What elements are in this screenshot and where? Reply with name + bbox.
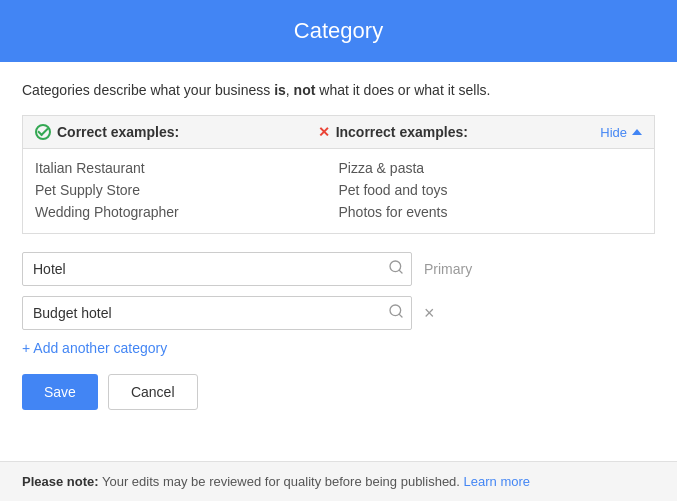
primary-input-wrapper (22, 252, 412, 286)
description-text: Categories describe what your business i… (22, 80, 655, 101)
list-item: Italian Restaurant (35, 157, 339, 179)
correct-examples-col: Italian Restaurant Pet Supply Store Wedd… (35, 157, 339, 223)
page-title: Category (294, 18, 383, 43)
primary-category-input[interactable] (22, 252, 412, 286)
primary-category-row: Primary (22, 252, 655, 286)
correct-examples-list: Italian Restaurant Pet Supply Store Wedd… (35, 157, 339, 223)
incorrect-icon: ✕ (318, 124, 330, 140)
list-item: Pizza & pasta (339, 157, 643, 179)
secondary-category-row: × (22, 296, 655, 330)
incorrect-examples-list: Pizza & pasta Pet food and toys Photos f… (339, 157, 643, 223)
list-item: Pet Supply Store (35, 179, 339, 201)
learn-more-link[interactable]: Learn more (464, 474, 530, 489)
footer-bold: Please note: (22, 474, 99, 489)
correct-icon (35, 124, 51, 140)
examples-header: Correct examples: ✕ Incorrect examples: … (23, 116, 654, 149)
incorrect-examples-header: ✕ Incorrect examples: (318, 124, 601, 140)
list-item: Pet food and toys (339, 179, 643, 201)
list-item: Wedding Photographer (35, 201, 339, 223)
secondary-input-wrapper (22, 296, 412, 330)
remove-category-button[interactable]: × (424, 304, 435, 322)
footer-text: Your edits may be reviewed for quality b… (102, 474, 464, 489)
examples-body: Italian Restaurant Pet Supply Store Wedd… (23, 149, 654, 233)
primary-label: Primary (424, 261, 472, 277)
main-content: Categories describe what your business i… (0, 62, 677, 410)
incorrect-label: Incorrect examples: (336, 124, 468, 140)
page-header: Category (0, 0, 677, 62)
save-button[interactable]: Save (22, 374, 98, 410)
footer-note: Please note: Your edits may be reviewed … (0, 461, 677, 501)
incorrect-examples-col: Pizza & pasta Pet food and toys Photos f… (339, 157, 643, 223)
examples-box: Correct examples: ✕ Incorrect examples: … (22, 115, 655, 234)
correct-examples-header: Correct examples: (35, 124, 318, 140)
buttons-row: Save Cancel (22, 374, 655, 410)
list-item: Photos for events (339, 201, 643, 223)
correct-label: Correct examples: (57, 124, 179, 140)
secondary-category-input[interactable] (22, 296, 412, 330)
add-category-label: + Add another category (22, 340, 167, 356)
chevron-up-icon (632, 129, 642, 135)
add-category-link[interactable]: + Add another category (22, 340, 167, 356)
hide-button[interactable]: Hide (600, 125, 642, 140)
cancel-button[interactable]: Cancel (108, 374, 198, 410)
